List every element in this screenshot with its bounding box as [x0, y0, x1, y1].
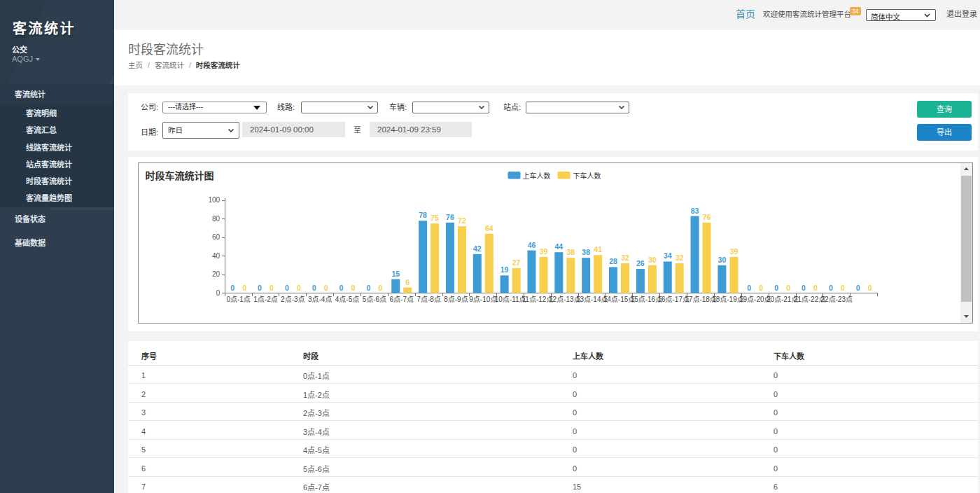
svg-text:0: 0 — [802, 284, 806, 292]
svg-text:75: 75 — [430, 214, 439, 222]
svg-text:40: 40 — [212, 252, 220, 260]
svg-text:32: 32 — [675, 254, 683, 262]
svg-text:64: 64 — [484, 224, 493, 232]
svg-text:78: 78 — [419, 211, 427, 219]
svg-text:0: 0 — [339, 284, 343, 292]
svg-text:46: 46 — [527, 241, 536, 249]
svg-text:5点-6点: 5点-6点 — [362, 296, 386, 303]
svg-text:15: 15 — [391, 270, 400, 278]
svg-text:28: 28 — [609, 257, 617, 265]
svg-text:30: 30 — [648, 256, 657, 264]
svg-text:0: 0 — [867, 284, 872, 292]
svg-text:39: 39 — [539, 247, 547, 256]
svg-text:60: 60 — [212, 233, 220, 241]
svg-text:19: 19 — [500, 265, 508, 274]
svg-text:0: 0 — [840, 284, 844, 292]
svg-text:32: 32 — [621, 254, 629, 262]
svg-text:0: 0 — [312, 284, 316, 292]
svg-text:39: 39 — [729, 247, 738, 256]
svg-text:100: 100 — [208, 196, 220, 204]
svg-text:0: 0 — [747, 284, 751, 292]
svg-text:42: 42 — [472, 244, 481, 253]
svg-text:0: 0 — [366, 284, 370, 292]
svg-text:1点-2点: 1点-2点 — [253, 296, 277, 303]
svg-text:0: 0 — [828, 284, 832, 292]
svg-text:44: 44 — [554, 242, 563, 251]
svg-text:72: 72 — [458, 216, 466, 225]
svg-text:8点-9点: 8点-9点 — [444, 296, 468, 303]
svg-text:0: 0 — [786, 284, 790, 292]
svg-text:83: 83 — [690, 207, 699, 215]
svg-text:6点-7点: 6点-7点 — [389, 296, 413, 303]
svg-text:38: 38 — [582, 248, 590, 256]
svg-text:30: 30 — [718, 256, 726, 264]
svg-text:20: 20 — [212, 270, 220, 278]
svg-text:34: 34 — [663, 251, 671, 260]
svg-text:0: 0 — [351, 284, 355, 292]
svg-text:0: 0 — [258, 284, 262, 292]
svg-text:0: 0 — [230, 284, 234, 292]
svg-text:76: 76 — [702, 213, 710, 221]
svg-text:上车人数: 上车人数 — [522, 172, 550, 180]
svg-text:41: 41 — [594, 245, 602, 254]
svg-text:0: 0 — [813, 284, 818, 292]
svg-text:3点-4点: 3点-4点 — [307, 296, 331, 303]
svg-text:80: 80 — [212, 215, 220, 223]
svg-text:9点-10点: 9点-10点 — [469, 296, 497, 303]
svg-text:0: 0 — [242, 284, 246, 292]
svg-text:0: 0 — [323, 284, 328, 292]
svg-text:0: 0 — [296, 284, 300, 292]
svg-text:22点-23点: 22点-23点 — [820, 296, 853, 303]
svg-text:0: 0 — [855, 284, 860, 292]
svg-text:时段车流统计图: 时段车流统计图 — [145, 170, 214, 181]
svg-text:26: 26 — [636, 259, 645, 268]
svg-text:38: 38 — [566, 248, 575, 256]
svg-text:0: 0 — [378, 284, 382, 292]
svg-text:0: 0 — [759, 284, 763, 292]
svg-text:27: 27 — [512, 258, 520, 267]
svg-text:下车人数: 下车人数 — [573, 172, 601, 180]
svg-text:7点-8点: 7点-8点 — [416, 296, 440, 303]
svg-text:6: 6 — [405, 278, 410, 286]
svg-text:4点-5点: 4点-5点 — [335, 296, 358, 303]
svg-text:0点-1点: 0点-1点 — [226, 296, 250, 303]
svg-text:0: 0 — [284, 284, 288, 292]
svg-text:0: 0 — [774, 284, 778, 292]
svg-text:76: 76 — [446, 213, 454, 221]
svg-text:0: 0 — [270, 284, 274, 292]
svg-text:2点-3点: 2点-3点 — [281, 296, 304, 303]
svg-text:0: 0 — [216, 289, 220, 297]
